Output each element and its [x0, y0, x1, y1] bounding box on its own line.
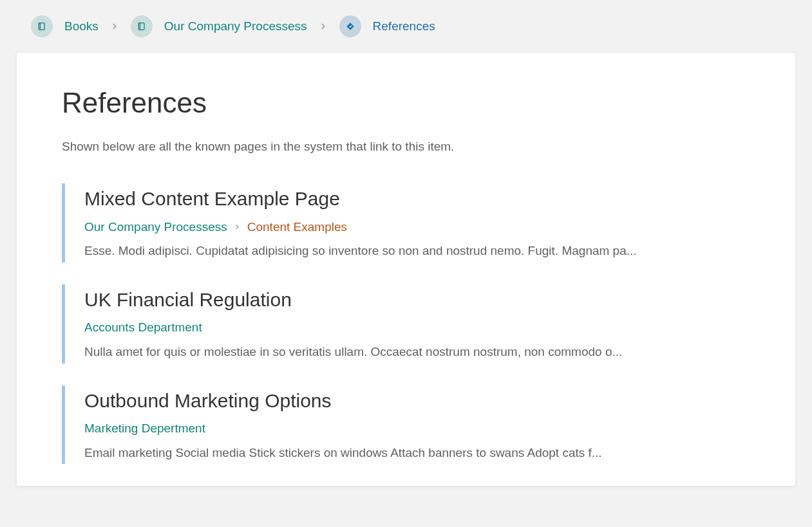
- chevron-right-icon: [234, 223, 241, 230]
- reference-path: Accounts Department: [84, 319, 750, 337]
- reference-list: Mixed Content Example Page Our Company P…: [62, 183, 750, 464]
- reference-title: UK Financial Regulation: [84, 286, 750, 314]
- reference-path-book: Marketing Depertment: [84, 420, 205, 438]
- reference-excerpt: Nulla amet for quis or molestiae in so v…: [84, 343, 750, 361]
- svg-rect-0: [346, 23, 354, 30]
- breadcrumb: Books Our Company Processess: [17, 0, 795, 53]
- reference-path-book: Our Company Processess: [84, 218, 227, 236]
- reference-title: Outbound Marketing Options: [84, 387, 750, 415]
- page-intro: Shown below are all the known pages in t…: [62, 138, 750, 156]
- reference-excerpt: Esse. Modi adipisci. Cupidatat adipisici…: [84, 242, 750, 260]
- reference-title: Mixed Content Example Page: [84, 185, 750, 213]
- breadcrumb-books-label: Books: [64, 17, 99, 35]
- chevron-right-icon: [319, 22, 328, 31]
- reference-path-book: Accounts Department: [84, 319, 202, 337]
- breadcrumb-page[interactable]: References: [339, 15, 435, 37]
- reference-path: Our Company Processess Content Examples: [84, 218, 750, 236]
- book-icon: [131, 15, 153, 37]
- breadcrumb-book[interactable]: Our Company Processess: [131, 15, 307, 37]
- reference-item[interactable]: UK Financial Regulation Accounts Departm…: [62, 284, 750, 364]
- breadcrumb-books[interactable]: Books: [31, 15, 99, 37]
- page-title: References: [62, 82, 750, 124]
- reference-item[interactable]: Mixed Content Example Page Our Company P…: [62, 183, 750, 263]
- reference-excerpt: Email marketing Social media Stick stick…: [84, 444, 750, 462]
- reference-path-chapter: Content Examples: [247, 218, 347, 236]
- page-icon: [339, 15, 361, 37]
- main-card: References Shown below are all the known…: [17, 53, 795, 486]
- reference-path: Marketing Depertment: [84, 420, 750, 438]
- breadcrumb-page-label: References: [373, 17, 435, 35]
- breadcrumb-book-label: Our Company Processess: [164, 17, 307, 35]
- chevron-right-icon: [110, 22, 119, 31]
- book-icon: [31, 15, 53, 37]
- reference-item[interactable]: Outbound Marketing Options Marketing Dep…: [62, 385, 750, 465]
